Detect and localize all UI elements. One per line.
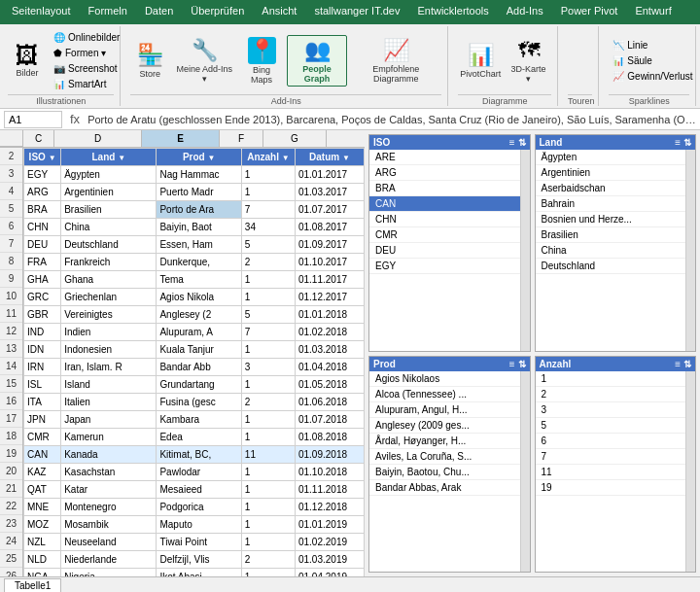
name-box[interactable] — [4, 111, 62, 128]
cell-8-0[interactable]: GBR — [24, 306, 61, 324]
cell-0-0[interactable]: EGY — [24, 166, 61, 184]
ribbon-btn-pivot-chart[interactable]: 📊 PivotChart — [458, 41, 503, 81]
cell-14-4[interactable]: 01.07.2018 — [295, 411, 364, 429]
cell-5-1[interactable]: Frankreich — [61, 254, 157, 271]
cell-3-3[interactable]: 34 — [241, 219, 295, 236]
cell-8-1[interactable]: Vereinigtes — [61, 306, 157, 324]
cell-3-2[interactable]: Baiyin, Baot — [157, 219, 241, 236]
filter-list-item[interactable]: Årdal, Høyanger, H... — [369, 434, 520, 449]
cell-12-4[interactable]: 01.05.2018 — [295, 376, 364, 394]
filter-list-item[interactable]: Bandar Abbas, Arak — [369, 480, 520, 496]
cell-6-4[interactable]: 01.11.2017 — [295, 271, 364, 289]
cell-15-4[interactable]: 01.08.2018 — [295, 429, 364, 446]
menu-item-formeln[interactable]: Formeln — [81, 3, 135, 18]
cell-19-0[interactable]: MNE — [24, 499, 61, 516]
cell-19-4[interactable]: 01.12.2018 — [295, 499, 364, 516]
filter-list-item[interactable]: ARE — [369, 150, 520, 165]
cell-14-3[interactable]: 1 — [241, 411, 295, 429]
cell-18-4[interactable]: 01.11.2018 — [295, 481, 364, 499]
header-datum[interactable]: Datum ▼ — [295, 149, 364, 166]
filter-anzahl-sort-icon[interactable]: ⇅ — [683, 359, 691, 369]
cell-10-2[interactable]: Kuala Tanjur — [157, 341, 241, 359]
filter-iso-scrollbar[interactable] — [520, 150, 530, 351]
menu-item-daten[interactable]: Daten — [137, 3, 181, 18]
sheet-tab-tabelle1[interactable]: Tabelle1 — [4, 578, 61, 592]
filter-iso-icons[interactable]: ≡ ⇅ — [509, 137, 526, 148]
cell-20-4[interactable]: 01.01.2019 — [295, 516, 364, 534]
filter-list-item[interactable]: Alcoa (Tennessee) ... — [369, 387, 520, 402]
cell-7-1[interactable]: Griechenlan — [61, 289, 157, 306]
cell-1-2[interactable]: Puerto Madr — [157, 184, 241, 201]
cell-20-0[interactable]: MOZ — [24, 516, 61, 534]
cell-4-4[interactable]: 01.09.2017 — [295, 236, 364, 254]
cell-13-1[interactable]: Italien — [61, 394, 157, 411]
cell-17-4[interactable]: 01.10.2018 — [295, 464, 364, 481]
filter-land-icons[interactable]: ≡ ⇅ — [675, 137, 691, 148]
cell-14-1[interactable]: Japan — [61, 411, 157, 429]
cell-12-1[interactable]: Island — [61, 376, 157, 394]
filter-list-item[interactable]: 11 — [536, 465, 686, 480]
cell-10-0[interactable]: IDN — [24, 341, 61, 359]
cell-6-1[interactable]: Ghana — [61, 271, 157, 289]
cell-2-3[interactable]: 7 — [241, 201, 295, 219]
cell-16-0[interactable]: CAN — [24, 446, 61, 464]
filter-list-item[interactable]: China — [536, 243, 686, 259]
filter-list-item[interactable]: 1 — [536, 371, 686, 387]
cell-8-3[interactable]: 5 — [241, 306, 295, 324]
cell-15-2[interactable]: Edea — [157, 429, 241, 446]
cell-8-4[interactable]: 01.01.2018 — [295, 306, 364, 324]
cell-15-1[interactable]: Kamerun — [61, 429, 157, 446]
cell-22-2[interactable]: Delfzijl, Vlis — [157, 551, 241, 569]
cell-9-2[interactable]: Alupuram, A — [157, 324, 241, 341]
cell-23-2[interactable]: Ikot Abasi — [157, 569, 241, 577]
cell-20-2[interactable]: Maputo — [157, 516, 241, 534]
cell-10-4[interactable]: 01.03.2018 — [295, 341, 364, 359]
cell-22-4[interactable]: 01.03.2019 — [295, 551, 364, 569]
ribbon-btn-linie[interactable]: 📉 Linie — [609, 38, 689, 52]
cell-21-4[interactable]: 01.02.2019 — [295, 534, 364, 551]
cell-22-3[interactable]: 2 — [241, 551, 295, 569]
cell-23-0[interactable]: NGA — [24, 569, 61, 577]
cell-1-3[interactable]: 1 — [241, 184, 295, 201]
cell-17-1[interactable]: Kasachstan — [61, 464, 157, 481]
cell-8-2[interactable]: Anglesey (2 — [157, 306, 241, 324]
filter-prod-list[interactable]: Agios NikolaosAlcoa (Tennessee) ...Alupu… — [369, 371, 520, 573]
filter-prod-scrollbar[interactable] — [520, 371, 530, 573]
cell-21-2[interactable]: Tiwai Point — [157, 534, 241, 551]
filter-prod-sort-icon[interactable]: ⇅ — [518, 359, 526, 369]
cell-2-1[interactable]: Brasilien — [61, 201, 157, 219]
cell-4-3[interactable]: 5 — [241, 236, 295, 254]
filter-list-item[interactable]: Baiyin, Baotou, Chu... — [369, 465, 520, 480]
cell-19-2[interactable]: Podgorica — [157, 499, 241, 516]
cell-23-1[interactable]: Nigeria — [61, 569, 157, 577]
filter-anzahl-icons[interactable]: ≡ ⇅ — [675, 359, 691, 369]
cell-10-3[interactable]: 1 — [241, 341, 295, 359]
filter-list-item[interactable]: EGY — [369, 259, 520, 274]
ribbon-btn-3d-karte[interactable]: 🗺 3D-Karte ▾ — [506, 36, 551, 86]
cell-21-1[interactable]: Neuseeland — [61, 534, 157, 551]
cell-1-1[interactable]: Argentinien — [61, 184, 157, 201]
cell-9-4[interactable]: 01.02.2018 — [295, 324, 364, 341]
cell-0-3[interactable]: 1 — [241, 166, 295, 184]
cell-7-3[interactable]: 1 — [241, 289, 295, 306]
cell-16-1[interactable]: Kanada — [61, 446, 157, 464]
menu-item-stallwanger[interactable]: stallwanger IT.dev — [306, 3, 407, 18]
filter-list-item[interactable]: CAN — [369, 196, 520, 212]
cell-11-3[interactable]: 3 — [241, 359, 295, 376]
ribbon-btn-screenshot[interactable]: 📷 Screenshot — [50, 61, 123, 76]
filter-list-item[interactable]: CHN — [369, 212, 520, 227]
cell-18-1[interactable]: Katar — [61, 481, 157, 499]
cell-12-0[interactable]: ISL — [24, 376, 61, 394]
cell-20-3[interactable]: 1 — [241, 516, 295, 534]
cell-0-2[interactable]: Nag Hammac — [157, 166, 241, 184]
cell-3-1[interactable]: China — [61, 219, 157, 236]
cell-4-2[interactable]: Essen, Ham — [157, 236, 241, 254]
ribbon-btn-onlinebilder[interactable]: 🌐 Onlinebilder — [50, 30, 123, 45]
cell-2-2[interactable]: Porto de Ara — [157, 201, 241, 219]
cell-3-0[interactable]: CHN — [24, 219, 61, 236]
cell-4-0[interactable]: DEU — [24, 236, 61, 254]
menu-item-ueberpruefen[interactable]: Überprüfen — [183, 3, 252, 18]
menu-item-entwurf[interactable]: Entwurf — [627, 3, 679, 18]
cell-13-2[interactable]: Fusina (gesc — [157, 394, 241, 411]
filter-list-item[interactable]: ARG — [369, 165, 520, 181]
